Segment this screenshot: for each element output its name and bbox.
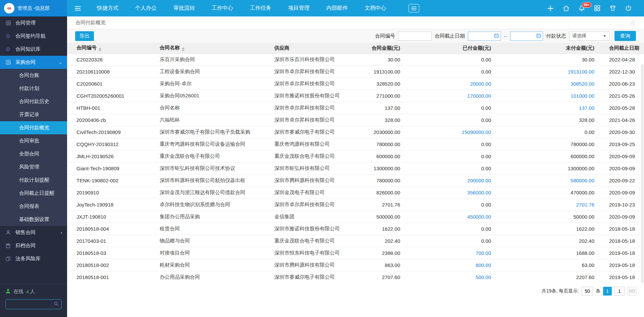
sidebar-item-7[interactable]: 开票记录 <box>0 108 67 121</box>
cell-unpaid-amount: 780000.00 <box>491 141 594 147</box>
export-button[interactable]: 导出 <box>75 31 94 41</box>
query-button[interactable]: 查询 <box>614 31 636 41</box>
calendar-icon[interactable] <box>536 33 541 39</box>
paid-amount-link[interactable]: 15090000.00 <box>462 129 491 135</box>
nav-item-4[interactable]: 工作任务 <box>241 5 280 12</box>
sidebar-item-label: 风险管理 <box>19 164 39 170</box>
sidebar-item-5[interactable]: 付款计划 <box>0 82 67 95</box>
pay-status-value: 请选择 <box>572 33 586 39</box>
nav-item-6[interactable]: 内部邮件 <box>318 5 356 12</box>
main-content: 合同付款概览 ☆ 导出 合同编号 合同截止日期 -- 付款状态 <box>67 16 644 317</box>
sidebar-item-12[interactable]: 付款计划提醒 <box>0 174 67 187</box>
bell-icon[interactable]: 99+ <box>578 5 585 12</box>
app-logo: ∞ <box>4 3 14 13</box>
paid-amount-link[interactable]: 356000.00 <box>467 190 491 195</box>
cell-amount: 271000.00 <box>356 93 400 99</box>
sidebar-item-10[interactable]: 全部合同 <box>0 147 67 161</box>
table-row-17: 20180518-002耗材采购合同深圳市腾科源科技有限公司863.00800.… <box>67 259 644 271</box>
sidebar-item-label: 合同截止日提醒 <box>19 190 54 196</box>
sidebar-item-17[interactable]: 归档合同 <box>0 239 67 252</box>
table-row-2: C20200601采购合同-卓尔深圳市卓尔昇科技有限公司328520.00200… <box>67 78 644 90</box>
sidebar-item-label: 法务风险库 <box>15 256 41 262</box>
nav-item-1[interactable]: 个人办公 <box>127 5 165 12</box>
cell-contract-id: C20220328 <box>67 57 160 62</box>
sidebar-item-0[interactable]: 合同管理 <box>0 16 67 30</box>
nav-item-0[interactable]: 快捷方式 <box>89 5 127 12</box>
sidebar-item-8[interactable]: 合同付款概览 <box>0 121 67 134</box>
paid-amount-link[interactable]: 500.00 <box>476 274 491 280</box>
column-header-1[interactable]: 合同名称 <box>160 45 274 51</box>
pay-status-select[interactable]: 请选择 ▼ <box>569 32 609 41</box>
unpaid-amount-link[interactable]: 308520.00 <box>571 81 594 87</box>
current-page-button[interactable]: 1 <box>603 287 612 296</box>
plus-icon[interactable] <box>547 5 554 12</box>
date-to-input[interactable] <box>510 32 543 41</box>
paid-amount-link[interactable]: 170000.00 <box>467 93 491 99</box>
cell-unpaid-amount: 1688.00 <box>491 250 594 256</box>
sidebar-item-label: 归档合同 <box>15 242 36 249</box>
sidebar-item-11[interactable]: 风险管理 <box>0 161 67 174</box>
unpaid-amount-link[interactable]: 137.00 <box>579 105 594 111</box>
sidebar-item-2[interactable]: ⚙合同知识库 <box>0 43 67 56</box>
cell-supplier: 重庆奇鸿源科技有限公司 <box>274 141 356 147</box>
sidebar-item-14[interactable]: 合同报表 <box>0 200 67 213</box>
collapse-menu-icon[interactable] <box>67 5 89 11</box>
unpaid-amount-link[interactable]: 1913100.00 <box>568 69 594 75</box>
favorite-star-icon[interactable]: ☆ <box>630 19 636 26</box>
apps-icon[interactable] <box>594 5 601 12</box>
more-menu-icon[interactable] <box>409 4 419 12</box>
doc-icon <box>5 59 11 65</box>
cell-supplier: 深圳市赛威尔电子有限公司 <box>274 274 356 280</box>
home-icon[interactable] <box>562 5 570 12</box>
unpaid-amount-link[interactable]: 101000.00 <box>571 93 594 99</box>
sidebar-search-box[interactable] <box>5 299 62 309</box>
table-row-16: 20180518-03对接项目合同深圳市恒东科技电子有限公司2388.00700… <box>67 247 644 259</box>
date-to-field[interactable] <box>512 34 536 39</box>
paid-amount-link[interactable]: 800.00 <box>476 262 491 268</box>
nav-item-3[interactable]: 工作中心 <box>203 5 241 12</box>
sidebar-item-label: 合同签约导航 <box>15 33 46 39</box>
nav-item-2[interactable]: 审批流转 <box>165 5 203 12</box>
cell-deadline: 2021-04-26 <box>594 117 644 123</box>
date-from-field[interactable] <box>470 34 494 39</box>
topbar-right-icons: 99+ <box>547 5 644 12</box>
unpaid-amount-link[interactable]: 580000.00 <box>571 178 594 183</box>
sidebar-item-6[interactable]: 合同付款历史 <box>0 95 67 108</box>
date-from-input[interactable] <box>468 32 501 41</box>
sidebar-item-16[interactable]: 销售合同› <box>0 226 67 239</box>
nav-item-5[interactable]: 项目管理 <box>280 5 318 12</box>
cell-deadline: 2020-09-30 <box>594 129 644 135</box>
shirt-icon[interactable] <box>609 5 616 12</box>
table-scrollbar[interactable] <box>641 64 644 283</box>
calendar-icon[interactable] <box>494 33 499 39</box>
pagination-total: 共19条, 每页显示: <box>542 288 579 294</box>
page-size-input[interactable] <box>582 287 593 296</box>
sort-icon[interactable] <box>182 47 184 51</box>
paid-amount-link[interactable]: 700.00 <box>476 250 491 256</box>
nav-item-7[interactable]: 文档中心 <box>356 5 394 12</box>
sidebar-item-9[interactable]: 合同审批 <box>0 134 67 147</box>
sort-icon[interactable] <box>99 47 101 51</box>
sidebar-item-13[interactable]: 合同截止日提醒 <box>0 187 67 200</box>
unpaid-amount-link[interactable]: 2701.76 <box>576 202 594 208</box>
sidebar-item-18[interactable]: 法务风险库 <box>0 252 67 265</box>
power-icon[interactable] <box>625 5 632 12</box>
sidebar-search-input[interactable] <box>8 302 54 307</box>
search-icon[interactable] <box>54 301 59 308</box>
cell-contract-id: 20200406-zb <box>67 117 160 123</box>
cell-amount: 2030000.00 <box>356 129 400 135</box>
sidebar-item-3[interactable]: 采购合同⌄ <box>0 56 67 69</box>
sidebar-item-4[interactable]: 合同台账 <box>0 69 67 82</box>
cell-supplier: 深圳市卓尔昇科技有限公司 <box>274 117 356 123</box>
sidebar-item-15[interactable]: 基础数据设置 <box>0 213 67 226</box>
paid-amount-link[interactable]: 450000.00 <box>467 214 491 220</box>
paid-amount-link[interactable]: 200000.00 <box>467 178 491 183</box>
cell-contract-name: 深圳市科源科技有限公司航拍仪器出租 <box>160 177 274 184</box>
paid-amount-link[interactable]: 20000.00 <box>470 81 491 87</box>
goto-page-input[interactable] <box>614 287 625 296</box>
cell-deadline: 2019-05-18 <box>594 262 644 268</box>
go-button[interactable]: GO <box>627 287 637 296</box>
column-header-0[interactable]: 合同编号 <box>67 45 160 51</box>
sidebar-item-1[interactable]: ⚙合同签约导航 <box>0 30 67 43</box>
contract-no-input[interactable] <box>398 32 432 41</box>
